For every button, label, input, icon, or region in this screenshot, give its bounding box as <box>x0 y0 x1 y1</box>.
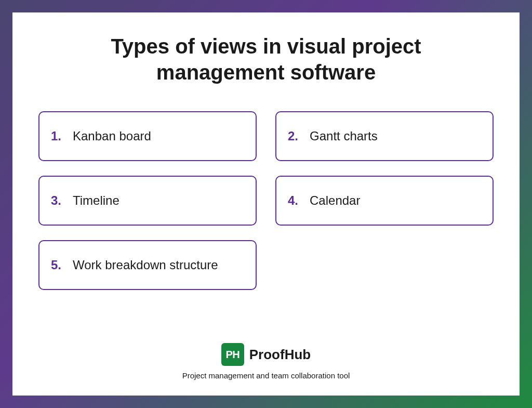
brand-name: ProofHub <box>249 347 311 363</box>
view-card-timeline: 3. Timeline <box>38 176 257 226</box>
page-title: Types of views in visual project managem… <box>79 33 453 85</box>
item-number: 2. <box>288 129 298 143</box>
view-card-kanban: 1. Kanban board <box>38 111 257 161</box>
item-label: Gantt charts <box>310 128 378 144</box>
item-label: Calendar <box>310 193 360 208</box>
item-label: Work breakdown structure <box>73 257 218 273</box>
item-label: Kanban board <box>73 128 151 144</box>
views-grid: 1. Kanban board 2. Gantt charts 3. Timel… <box>38 111 494 290</box>
item-number: 3. <box>51 193 61 208</box>
item-number: 5. <box>51 258 61 272</box>
content-frame: Types of views in visual project managem… <box>12 12 520 396</box>
item-label: Timeline <box>73 193 119 208</box>
brand-row: PH ProofHub <box>221 343 311 366</box>
proofhub-logo-icon: PH <box>221 343 244 366</box>
brand-tagline: Project management and team collaboratio… <box>182 371 350 380</box>
item-number: 1. <box>51 129 61 143</box>
view-card-calendar: 4. Calendar <box>275 176 494 226</box>
footer: PH ProofHub Project management and team … <box>38 343 494 380</box>
view-card-wbs: 5. Work breakdown structure <box>38 240 257 290</box>
view-card-gantt: 2. Gantt charts <box>275 111 494 161</box>
item-number: 4. <box>288 193 298 208</box>
